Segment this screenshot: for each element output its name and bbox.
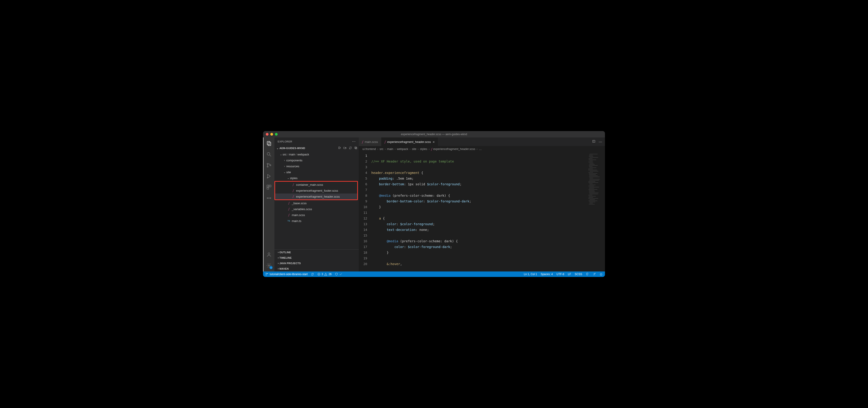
svg-point-12 bbox=[270, 198, 271, 198]
svg-point-5 bbox=[270, 165, 271, 166]
svg-point-4 bbox=[267, 166, 268, 167]
svg-point-10 bbox=[267, 198, 268, 198]
source-control-icon[interactable] bbox=[266, 162, 272, 168]
svg-rect-15 bbox=[339, 147, 340, 149]
minimize-window[interactable] bbox=[270, 133, 273, 136]
maximize-window[interactable] bbox=[275, 133, 278, 136]
sidebar-title: EXPLORER bbox=[278, 140, 292, 143]
svg-rect-17 bbox=[355, 148, 357, 149]
account-icon[interactable] bbox=[266, 251, 272, 258]
notifications-icon[interactable] bbox=[599, 273, 603, 276]
sidebar-header: EXPLORER ⋯ bbox=[274, 137, 359, 146]
editor-area: ʃmain.scss ʃexperiencefragment_header.sc… bbox=[359, 137, 605, 272]
tree-file-xf-header[interactable]: ʃexperiencefragment_header.scss bbox=[275, 193, 357, 199]
svg-rect-0 bbox=[267, 141, 270, 145]
collapse-all-icon[interactable] bbox=[354, 146, 358, 150]
tree-folder-path[interactable]: ⌄src/main/webpack bbox=[274, 151, 359, 157]
status-bar: tutorial/client-side-libraries-start 3 2… bbox=[263, 272, 605, 277]
tab-xf-header[interactable]: ʃexperiencefragment_header.scss× bbox=[381, 137, 438, 146]
new-folder-icon[interactable] bbox=[343, 146, 346, 150]
code-content[interactable]: //== XF Header style, used on page templ… bbox=[371, 152, 587, 272]
main-area: 1 EXPLORER ⋯ ⌄AEM-GUIDES-WKND ⌄src/main/… bbox=[263, 137, 605, 272]
svg-rect-1 bbox=[268, 142, 271, 146]
settings-badge: 1 bbox=[270, 266, 273, 269]
git-branch[interactable]: tutorial/client-side-libraries-start bbox=[265, 273, 308, 276]
svg-point-13 bbox=[268, 253, 270, 255]
svg-point-3 bbox=[267, 163, 268, 164]
svg-point-20 bbox=[266, 275, 267, 275]
feedback-down-icon[interactable] bbox=[586, 273, 589, 276]
search-icon[interactable] bbox=[266, 151, 272, 157]
tab-main-scss[interactable]: ʃmain.scss bbox=[359, 137, 381, 146]
explorer-icon[interactable] bbox=[266, 140, 272, 147]
language-mode[interactable]: SCSS bbox=[575, 273, 582, 276]
tree-file-variables[interactable]: ʃ_variables.scss bbox=[274, 206, 359, 212]
sidebar-more-icon[interactable]: ⋯ bbox=[352, 139, 356, 144]
section-timeline[interactable]: ⌄TIMELINE bbox=[274, 255, 359, 260]
breadcrumb[interactable]: ui.frontend› src› main› webpack› site› s… bbox=[359, 146, 605, 152]
highlight-box: ʃcontainer_main.scss ʃexperiencefragment… bbox=[274, 181, 358, 200]
tree-file-xf-footer[interactable]: ʃexperiencefragment_footer.scss bbox=[275, 188, 357, 193]
eol[interactable]: LF bbox=[568, 273, 571, 276]
tree-file-main-ts[interactable]: TSmain.ts bbox=[274, 218, 359, 224]
tree-folder-resources[interactable]: ›resources bbox=[274, 163, 359, 169]
svg-point-11 bbox=[269, 198, 270, 198]
svg-rect-7 bbox=[267, 185, 269, 187]
more-icon[interactable] bbox=[266, 195, 272, 201]
close-window[interactable] bbox=[266, 133, 269, 136]
extensions-icon[interactable] bbox=[266, 184, 272, 190]
tree-file-main-scss[interactable]: ʃmain.scss bbox=[274, 212, 359, 218]
svg-point-19 bbox=[266, 273, 267, 274]
svg-rect-8 bbox=[269, 185, 271, 187]
tree-folder-site[interactable]: ⌄site bbox=[274, 169, 359, 175]
editor-tabs: ʃmain.scss ʃexperiencefragment_header.sc… bbox=[359, 137, 605, 146]
problems[interactable]: 3 26 bbox=[317, 273, 332, 276]
svg-point-24 bbox=[595, 273, 595, 274]
tree-file-container-main[interactable]: ʃcontainer_main.scss bbox=[275, 182, 357, 188]
sidebar: EXPLORER ⋯ ⌄AEM-GUIDES-WKND ⌄src/main/we… bbox=[274, 137, 359, 272]
tab-label: experiencefragment_header.scss bbox=[387, 140, 431, 144]
tab-actions: ⋯ bbox=[589, 137, 605, 146]
project-section-header[interactable]: ⌄AEM-GUIDES-WKND bbox=[274, 146, 359, 151]
indentation[interactable]: Spaces: 4 bbox=[541, 273, 553, 276]
settings-icon[interactable]: 1 bbox=[266, 262, 272, 269]
feedback-person-icon[interactable] bbox=[593, 273, 596, 276]
section-outline[interactable]: ⌄OUTLINE bbox=[274, 250, 359, 255]
sync-icon[interactable] bbox=[311, 273, 314, 276]
run-debug-icon[interactable] bbox=[266, 173, 272, 179]
tree-folder-styles[interactable]: ⌄styles bbox=[274, 175, 359, 181]
section-java[interactable]: ⌄JAVA PROJECTS bbox=[274, 260, 359, 266]
file-tree: ⌄src/main/webpack ›components ›resources… bbox=[274, 151, 359, 249]
section-maven[interactable]: ⌄MAVEN bbox=[274, 266, 359, 272]
svg-rect-9 bbox=[267, 187, 269, 189]
svg-point-6 bbox=[267, 177, 268, 178]
activity-bar: 1 bbox=[263, 137, 274, 272]
svg-point-2 bbox=[267, 153, 270, 155]
encoding[interactable]: UTF-8 bbox=[556, 273, 564, 276]
project-name: AEM-GUIDES-WKND bbox=[279, 147, 305, 150]
tab-label: main.scss bbox=[365, 140, 378, 144]
tab-close-icon[interactable]: × bbox=[433, 140, 435, 144]
split-editor-icon[interactable] bbox=[592, 140, 595, 144]
shield-icon[interactable] bbox=[335, 273, 342, 276]
vscode-window: experiencefragment_header.scss — aem-gui… bbox=[263, 131, 605, 277]
svg-point-14 bbox=[268, 265, 270, 266]
minimap[interactable] bbox=[587, 152, 605, 272]
editor-more-icon[interactable]: ⋯ bbox=[598, 140, 602, 144]
traffic-lights bbox=[266, 133, 278, 136]
editor-body[interactable]: 1234567891011121314151617181920 //== XF … bbox=[359, 152, 605, 272]
tree-folder-components[interactable]: ›components bbox=[274, 157, 359, 163]
new-file-icon[interactable] bbox=[338, 146, 341, 150]
tree-file-base[interactable]: ʃ_base.scss bbox=[274, 200, 359, 206]
line-gutter: 1234567891011121314151617181920 bbox=[359, 152, 371, 272]
svg-rect-16 bbox=[355, 147, 356, 148]
svg-point-23 bbox=[594, 273, 595, 274]
titlebar[interactable]: experiencefragment_header.scss — aem-gui… bbox=[263, 131, 605, 137]
window-title: experiencefragment_header.scss — aem-gui… bbox=[401, 133, 467, 136]
refresh-icon[interactable] bbox=[349, 146, 352, 150]
cursor-position[interactable]: Ln 1, Col 1 bbox=[524, 273, 537, 276]
